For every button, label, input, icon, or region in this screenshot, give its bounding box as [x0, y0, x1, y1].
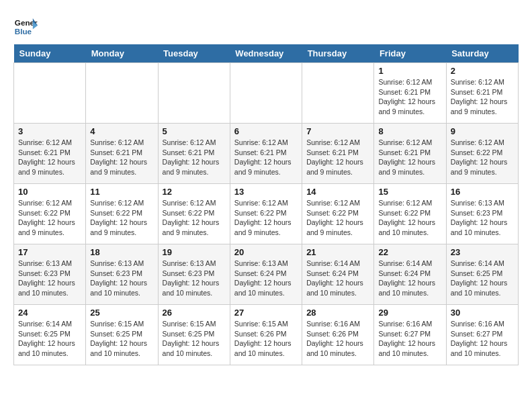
calendar-cell: 15Sunrise: 6:12 AM Sunset: 6:22 PM Dayli… — [374, 184, 446, 244]
calendar-cell: 28Sunrise: 6:16 AM Sunset: 6:26 PM Dayli… — [302, 305, 374, 365]
day-info: Sunrise: 6:14 AM Sunset: 6:25 PM Dayligh… — [451, 259, 514, 298]
day-number: 16 — [451, 187, 514, 197]
day-info: Sunrise: 6:16 AM Sunset: 6:27 PM Dayligh… — [378, 319, 441, 359]
calendar-cell — [86, 63, 158, 124]
day-number: 17 — [18, 247, 81, 257]
calendar-cell: 30Sunrise: 6:16 AM Sunset: 6:27 PM Dayli… — [446, 305, 518, 365]
day-info: Sunrise: 6:12 AM Sunset: 6:22 PM Dayligh… — [378, 198, 441, 238]
day-info: Sunrise: 6:15 AM Sunset: 6:25 PM Dayligh… — [90, 319, 153, 359]
day-info: Sunrise: 6:12 AM Sunset: 6:22 PM Dayligh… — [163, 198, 226, 238]
calendar-cell: 10Sunrise: 6:12 AM Sunset: 6:22 PM Dayli… — [14, 184, 86, 244]
weekday-header-sunday: Sunday — [14, 44, 86, 63]
day-number: 23 — [451, 247, 514, 257]
day-number: 1 — [378, 66, 441, 76]
calendar-cell — [14, 63, 86, 124]
calendar-week-4: 17Sunrise: 6:13 AM Sunset: 6:23 PM Dayli… — [14, 244, 519, 305]
day-info: Sunrise: 6:12 AM Sunset: 6:21 PM Dayligh… — [306, 138, 369, 177]
day-info: Sunrise: 6:12 AM Sunset: 6:21 PM Dayligh… — [18, 138, 81, 177]
day-number: 7 — [306, 126, 369, 136]
calendar-cell: 2Sunrise: 6:12 AM Sunset: 6:21 PM Daylig… — [446, 63, 518, 124]
calendar-cell: 8Sunrise: 6:12 AM Sunset: 6:21 PM Daylig… — [374, 124, 446, 184]
calendar-cell: 7Sunrise: 6:12 AM Sunset: 6:21 PM Daylig… — [302, 124, 374, 184]
day-info: Sunrise: 6:12 AM Sunset: 6:21 PM Dayligh… — [378, 77, 441, 117]
calendar-cell: 3Sunrise: 6:12 AM Sunset: 6:21 PM Daylig… — [14, 124, 86, 184]
calendar-cell: 21Sunrise: 6:14 AM Sunset: 6:24 PM Dayli… — [302, 244, 374, 305]
day-info: Sunrise: 6:14 AM Sunset: 6:25 PM Dayligh… — [18, 319, 81, 359]
day-number: 5 — [163, 126, 226, 136]
day-info: Sunrise: 6:12 AM Sunset: 6:22 PM Dayligh… — [451, 138, 514, 177]
day-info: Sunrise: 6:12 AM Sunset: 6:22 PM Dayligh… — [18, 198, 81, 238]
weekday-header-thursday: Thursday — [302, 44, 374, 63]
day-number: 30 — [451, 308, 514, 318]
calendar-cell: 14Sunrise: 6:12 AM Sunset: 6:22 PM Dayli… — [302, 184, 374, 244]
calendar-week-2: 3Sunrise: 6:12 AM Sunset: 6:21 PM Daylig… — [14, 124, 519, 184]
day-number: 2 — [451, 66, 514, 76]
day-info: Sunrise: 6:12 AM Sunset: 6:22 PM Dayligh… — [90, 198, 153, 238]
day-number: 15 — [378, 187, 441, 197]
weekday-header-monday: Monday — [86, 44, 158, 63]
day-info: Sunrise: 6:15 AM Sunset: 6:26 PM Dayligh… — [234, 319, 298, 359]
weekday-header-saturday: Saturday — [446, 44, 518, 63]
weekday-header-friday: Friday — [374, 44, 446, 63]
calendar-cell — [230, 63, 302, 124]
calendar-cell: 17Sunrise: 6:13 AM Sunset: 6:23 PM Dayli… — [14, 244, 86, 305]
calendar-cell: 1Sunrise: 6:12 AM Sunset: 6:21 PM Daylig… — [374, 63, 446, 124]
day-number: 20 — [234, 247, 298, 257]
day-info: Sunrise: 6:15 AM Sunset: 6:25 PM Dayligh… — [163, 319, 226, 359]
calendar-cell: 6Sunrise: 6:12 AM Sunset: 6:21 PM Daylig… — [230, 124, 302, 184]
day-info: Sunrise: 6:12 AM Sunset: 6:21 PM Dayligh… — [378, 138, 441, 177]
calendar-week-3: 10Sunrise: 6:12 AM Sunset: 6:22 PM Dayli… — [14, 184, 519, 244]
day-number: 18 — [90, 247, 153, 257]
day-number: 28 — [306, 308, 369, 318]
day-info: Sunrise: 6:16 AM Sunset: 6:26 PM Dayligh… — [306, 319, 369, 359]
weekday-header-wednesday: Wednesday — [230, 44, 302, 63]
day-info: Sunrise: 6:13 AM Sunset: 6:23 PM Dayligh… — [90, 259, 153, 298]
day-info: Sunrise: 6:16 AM Sunset: 6:27 PM Dayligh… — [451, 319, 514, 359]
weekday-header-tuesday: Tuesday — [158, 44, 230, 63]
day-info: Sunrise: 6:13 AM Sunset: 6:23 PM Dayligh… — [18, 259, 81, 298]
day-info: Sunrise: 6:12 AM Sunset: 6:21 PM Dayligh… — [90, 138, 153, 177]
day-info: Sunrise: 6:13 AM Sunset: 6:24 PM Dayligh… — [234, 259, 298, 298]
calendar-week-5: 24Sunrise: 6:14 AM Sunset: 6:25 PM Dayli… — [14, 305, 519, 365]
day-info: Sunrise: 6:12 AM Sunset: 6:21 PM Dayligh… — [234, 138, 298, 177]
day-number: 12 — [163, 187, 226, 197]
day-number: 9 — [451, 126, 514, 136]
calendar-cell: 29Sunrise: 6:16 AM Sunset: 6:27 PM Dayli… — [374, 305, 446, 365]
calendar-table: SundayMondayTuesdayWednesdayThursdayFrid… — [13, 44, 519, 365]
day-info: Sunrise: 6:12 AM Sunset: 6:22 PM Dayligh… — [234, 198, 298, 238]
calendar-cell: 13Sunrise: 6:12 AM Sunset: 6:22 PM Dayli… — [230, 184, 302, 244]
logo-icon: General Blue — [13, 13, 38, 38]
calendar-cell: 25Sunrise: 6:15 AM Sunset: 6:25 PM Dayli… — [86, 305, 158, 365]
day-number: 13 — [234, 187, 298, 197]
calendar-cell: 20Sunrise: 6:13 AM Sunset: 6:24 PM Dayli… — [230, 244, 302, 305]
day-number: 4 — [90, 126, 153, 136]
calendar-cell: 27Sunrise: 6:15 AM Sunset: 6:26 PM Dayli… — [230, 305, 302, 365]
day-info: Sunrise: 6:13 AM Sunset: 6:23 PM Dayligh… — [163, 259, 226, 298]
day-number: 29 — [378, 308, 441, 318]
day-info: Sunrise: 6:12 AM Sunset: 6:21 PM Dayligh… — [163, 138, 226, 177]
calendar-cell: 18Sunrise: 6:13 AM Sunset: 6:23 PM Dayli… — [86, 244, 158, 305]
day-number: 26 — [163, 308, 226, 318]
calendar-cell: 5Sunrise: 6:12 AM Sunset: 6:21 PM Daylig… — [158, 124, 230, 184]
page-header: General Blue — [13, 13, 519, 38]
day-info: Sunrise: 6:12 AM Sunset: 6:22 PM Dayligh… — [306, 198, 369, 238]
calendar-cell: 23Sunrise: 6:14 AM Sunset: 6:25 PM Dayli… — [446, 244, 518, 305]
day-number: 21 — [306, 247, 369, 257]
calendar-cell — [302, 63, 374, 124]
calendar-cell: 19Sunrise: 6:13 AM Sunset: 6:23 PM Dayli… — [158, 244, 230, 305]
day-info: Sunrise: 6:14 AM Sunset: 6:24 PM Dayligh… — [378, 259, 441, 298]
day-number: 22 — [378, 247, 441, 257]
day-number: 19 — [163, 247, 226, 257]
calendar-cell — [158, 63, 230, 124]
day-number: 25 — [90, 308, 153, 318]
day-info: Sunrise: 6:14 AM Sunset: 6:24 PM Dayligh… — [306, 259, 369, 298]
calendar-cell: 4Sunrise: 6:12 AM Sunset: 6:21 PM Daylig… — [86, 124, 158, 184]
calendar-cell: 16Sunrise: 6:13 AM Sunset: 6:23 PM Dayli… — [446, 184, 518, 244]
calendar-cell: 24Sunrise: 6:14 AM Sunset: 6:25 PM Dayli… — [14, 305, 86, 365]
day-info: Sunrise: 6:13 AM Sunset: 6:23 PM Dayligh… — [451, 198, 514, 238]
day-number: 11 — [90, 187, 153, 197]
calendar-cell: 9Sunrise: 6:12 AM Sunset: 6:22 PM Daylig… — [446, 124, 518, 184]
day-number: 24 — [18, 308, 81, 318]
calendar-cell: 12Sunrise: 6:12 AM Sunset: 6:22 PM Dayli… — [158, 184, 230, 244]
day-number: 14 — [306, 187, 369, 197]
